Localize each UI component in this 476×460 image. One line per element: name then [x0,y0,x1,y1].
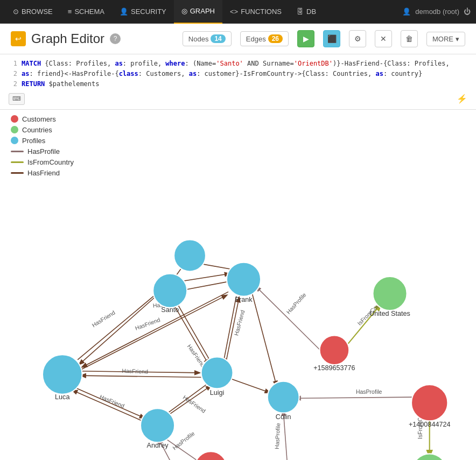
more-button[interactable]: MORE ▾ [426,32,465,46]
nav-db[interactable]: 🗄 DB [289,0,324,24]
legend-isfromcountry: IsFromCountry [11,158,74,166]
node-andrey[interactable] [141,408,174,442]
page-title: Graph Editor [31,31,104,46]
nodes-button[interactable]: Nodes 14 [183,31,232,46]
user-info: 👤 demodb (root) ⏻ [402,8,471,16]
edge-label-hasprofile-1: HasProfile [285,291,307,315]
label-santo: Santo [161,306,179,314]
label-luigi: Luigi [210,388,225,396]
edge-label-hasfriend-5: HasFriend [233,309,246,336]
query-line-3: 2 RETURN $pathelements [9,79,467,89]
legend-hasprofile: HasProfile [11,147,74,155]
run-query-icon[interactable]: ⚡ [457,94,467,104]
nav-functions[interactable]: <> FUNCTIONS [222,0,289,24]
legend-hasfriend: HasFriend [11,169,74,177]
browse-icon: ⊙ [13,8,19,16]
edges-count-badge: 26 [268,34,283,43]
node-frank[interactable] [227,262,261,296]
nav-security[interactable]: 👤 SECURITY [112,0,174,24]
edge-label-hasprofile-4: HasProfile [274,422,282,449]
graph-icon: ◎ [181,7,187,15]
power-icon: ⏻ [464,8,471,16]
label-frank: Frank [235,296,253,303]
nav-graph[interactable]: ◎ GRAPH [174,0,222,24]
edge-andrey-luca [73,390,146,422]
edge-label-hasfriend-1: HasFriend [90,309,116,328]
hasfriend-line [11,172,24,174]
help-button[interactable]: ? [110,33,121,44]
isfromcountry-line [11,161,24,163]
profiles-dot [11,137,18,144]
edge-label-hasfriend-6: HasFriend [99,393,125,408]
chevron-down-icon: ▾ [456,35,459,43]
schema-icon: ≡ [68,8,72,16]
edge-frank-santo [180,281,232,291]
edge-santo-luca [79,296,156,364]
edge-label-hasfriend-4: HasFriend [122,367,148,374]
db-icon: 🗄 [297,8,304,16]
play-button[interactable]: ▶ [297,30,314,47]
edge-label-hasfriend-2: HasFriend [134,316,161,331]
query-area: 1 MATCH {Class: Profiles, as: profile, w… [0,54,476,110]
legend-profiles: Profiles [11,137,74,145]
edge-luigi-colin [227,377,270,392]
node-cust1[interactable] [320,335,349,365]
title-wrap: ↩ Graph Editor ? [11,31,174,46]
edge-label-hasprofile-2: HasProfile [356,388,382,394]
node-us[interactable] [373,276,407,310]
user-icon: 👤 [402,8,411,16]
settings-button[interactable]: ⚙ [349,30,366,47]
delete-button[interactable]: 🗑 [401,30,418,47]
node-luigi[interactable] [201,357,233,388]
node-cust3[interactable] [195,451,227,460]
label-colin: Colin [276,413,291,421]
edge-cust2-colin [296,397,412,398]
node-italy[interactable] [412,454,446,460]
node-colin[interactable] [268,381,299,413]
nav-browse[interactable]: ⊙ BROWSE [5,0,60,24]
keyboard-icon[interactable]: ⌨ [9,93,25,105]
node-luca[interactable] [43,355,82,394]
graph-legend: Customers Countries Profiles HasProfile … [11,115,74,180]
security-icon: 👤 [120,8,128,16]
edge-cust1-frank [256,286,320,350]
expand-button[interactable]: ✕ [375,30,392,47]
label-cust1: +1589653776 [313,364,355,371]
label-andrey: Andrey [147,441,169,449]
title-icon: ↩ [11,31,26,46]
edge-label-hasprofile-3: HasProfile [171,430,196,451]
node-santo[interactable] [153,273,187,307]
legend-countries: Countries [11,126,74,134]
main-content: ↩ Graph Editor ? Nodes 14 Edges 26 ▶ ⬛ ⚙… [0,24,476,460]
nodes-count-badge: 14 [211,34,225,43]
edge-luigi-luca [81,376,201,377]
node-top-profile[interactable] [174,239,206,271]
label-us: United States [369,309,410,317]
query-line-2: 2 as: friend}<-HasProfile-{class: Custom… [9,69,467,79]
customers-dot [11,115,18,123]
node-cust2[interactable] [411,385,447,421]
countries-dot [11,126,18,133]
legend-customers: Customers [11,115,74,123]
edge-frank-colin [252,293,276,386]
edges-button[interactable]: Edges 26 [240,31,289,46]
top-navigation: ⊙ BROWSE ≡ SCHEMA 👤 SECURITY ◎ GRAPH <> … [0,0,476,24]
export-button[interactable]: ⬛ [323,30,340,47]
hasprofile-line [11,151,24,152]
label-luca: Luca [55,393,70,401]
query-toolbar: ⌨ ⚡ [9,93,467,105]
nav-schema[interactable]: ≡ SCHEMA [60,0,112,24]
graph-container[interactable]: Customers Countries Profiles HasProfile … [0,110,476,460]
functions-icon: <> [230,8,238,16]
query-line-1: 1 MATCH {Class: Profiles, as: profile, w… [9,59,467,69]
label-cust2: +1400844724 [409,420,451,428]
header-bar: ↩ Graph Editor ? Nodes 14 Edges 26 ▶ ⬛ ⚙… [0,24,476,54]
